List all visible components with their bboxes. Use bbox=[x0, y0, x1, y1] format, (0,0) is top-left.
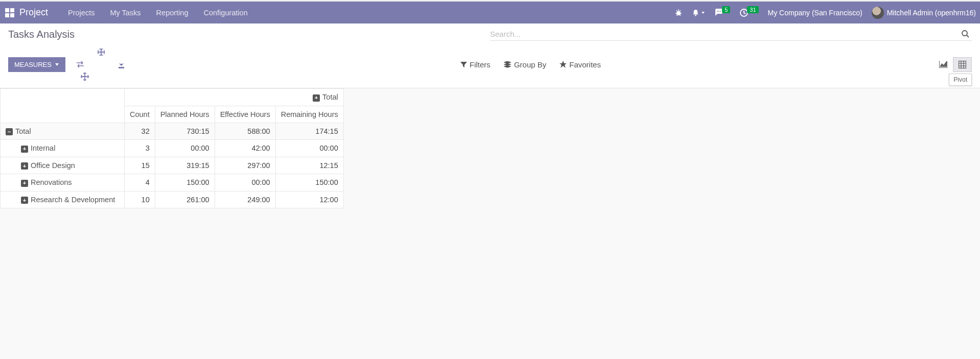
pivot-view-button[interactable] bbox=[953, 57, 972, 72]
measure-effective[interactable]: Effective Hours bbox=[215, 106, 275, 123]
cell: 150:00 bbox=[155, 174, 215, 192]
table-row: +Research & Development 10 261:00 249:00… bbox=[1, 191, 344, 208]
control-panel: Tasks Analysis MEASURES bbox=[0, 23, 980, 88]
favorites-button[interactable]: Favorites bbox=[559, 60, 601, 69]
cell: 00:00 bbox=[215, 174, 275, 192]
cell: 319:15 bbox=[155, 157, 215, 174]
expand-all-icon[interactable] bbox=[95, 46, 107, 83]
search-container bbox=[490, 28, 972, 41]
favorites-label: Favorites bbox=[569, 60, 601, 69]
expand-icon[interactable]: + bbox=[21, 180, 28, 187]
cell: 32 bbox=[125, 123, 155, 140]
table-row: +Renovations 4 150:00 00:00 150:00 bbox=[1, 174, 344, 192]
svg-point-7 bbox=[718, 11, 719, 12]
pivot-corner bbox=[1, 89, 125, 123]
filters-label: Filters bbox=[470, 60, 491, 69]
total-row: −Total 32 730:15 588:00 174:15 bbox=[1, 123, 344, 140]
tooltip: Pivot bbox=[949, 74, 972, 86]
chat-badge: 5 bbox=[722, 6, 730, 13]
cell: 42:00 bbox=[215, 140, 275, 157]
nav-reporting[interactable]: Reporting bbox=[149, 9, 196, 17]
clock-badge: 31 bbox=[747, 6, 758, 13]
cell: 297:00 bbox=[215, 157, 275, 174]
cell: 261:00 bbox=[155, 191, 215, 208]
svg-rect-3 bbox=[10, 13, 14, 17]
expand-icon[interactable]: + bbox=[21, 197, 28, 204]
row-header[interactable]: +Internal bbox=[1, 140, 125, 157]
cell: 10 bbox=[125, 191, 155, 208]
clock-icon[interactable]: 31 bbox=[739, 8, 758, 17]
company-selector[interactable]: My Company (San Francisco) bbox=[768, 9, 862, 17]
avatar bbox=[872, 7, 884, 19]
filters-button[interactable]: Filters bbox=[460, 60, 491, 69]
collapse-icon[interactable]: − bbox=[6, 128, 13, 135]
bell-icon[interactable] bbox=[692, 9, 705, 16]
cell: 249:00 bbox=[215, 191, 275, 208]
cell: 588:00 bbox=[215, 123, 275, 140]
cell: 150:00 bbox=[275, 174, 343, 192]
page-title: Tasks Analysis bbox=[8, 29, 490, 40]
nav-my-tasks[interactable]: My Tasks bbox=[102, 9, 148, 17]
svg-rect-11 bbox=[119, 67, 124, 68]
expand-icon[interactable]: + bbox=[21, 146, 28, 153]
svg-rect-2 bbox=[5, 13, 9, 17]
table-row: +Internal 3 00:00 42:00 00:00 bbox=[1, 140, 344, 157]
groupby-label: Group By bbox=[514, 60, 546, 69]
measure-remaining[interactable]: Remaining Hours bbox=[275, 106, 343, 123]
svg-rect-0 bbox=[5, 8, 9, 12]
expand-icon[interactable]: + bbox=[21, 162, 28, 170]
measure-planned[interactable]: Planned Hours bbox=[155, 106, 215, 123]
user-menu[interactable]: Mitchell Admin (openhrm16) bbox=[872, 7, 976, 19]
cell: 12:15 bbox=[275, 157, 343, 174]
search-input[interactable] bbox=[490, 30, 959, 38]
expand-icon[interactable]: + bbox=[313, 94, 320, 102]
measures-button[interactable]: MEASURES bbox=[8, 57, 65, 72]
cell: 15 bbox=[125, 157, 155, 174]
main-navbar: Project Projects My Tasks Reporting Conf… bbox=[0, 0, 980, 23]
col-total-header[interactable]: +Total bbox=[125, 89, 344, 106]
row-header[interactable]: +Office Design bbox=[1, 157, 125, 174]
row-total-header[interactable]: −Total bbox=[1, 123, 125, 140]
user-name: Mitchell Admin (openhrm16) bbox=[887, 9, 976, 17]
chart-view-button[interactable] bbox=[934, 58, 953, 71]
measure-count[interactable]: Count bbox=[125, 106, 155, 123]
svg-rect-12 bbox=[959, 61, 966, 68]
app-name[interactable]: Project bbox=[19, 7, 48, 18]
table-row: +Office Design 15 319:15 297:00 12:15 bbox=[1, 157, 344, 174]
pivot-table: +Total Count Planned Hours Effective Hou… bbox=[0, 88, 344, 208]
row-header[interactable]: +Renovations bbox=[1, 174, 125, 192]
chat-icon[interactable]: 5 bbox=[714, 9, 730, 17]
cell: 12:00 bbox=[275, 191, 343, 208]
flip-axis-icon[interactable] bbox=[74, 59, 87, 70]
cell: 4 bbox=[125, 174, 155, 192]
search-icon[interactable] bbox=[959, 30, 972, 38]
svg-point-10 bbox=[962, 31, 967, 36]
cell: 3 bbox=[125, 140, 155, 157]
svg-point-5 bbox=[695, 15, 696, 16]
cell: 174:15 bbox=[275, 123, 343, 140]
nav-configuration[interactable]: Configuration bbox=[196, 9, 255, 17]
bug-icon[interactable] bbox=[674, 9, 683, 17]
apps-icon[interactable] bbox=[4, 7, 15, 18]
row-header[interactable]: +Research & Development bbox=[1, 191, 125, 208]
groupby-button[interactable]: Group By bbox=[504, 60, 546, 69]
nav-projects[interactable]: Projects bbox=[60, 9, 102, 17]
svg-point-8 bbox=[720, 11, 721, 12]
measures-label: MEASURES bbox=[14, 61, 52, 68]
cell: 730:15 bbox=[155, 123, 215, 140]
svg-rect-1 bbox=[10, 8, 14, 12]
svg-point-6 bbox=[717, 11, 718, 12]
download-icon[interactable] bbox=[115, 59, 127, 70]
cell: 00:00 bbox=[155, 140, 215, 157]
cell: 00:00 bbox=[275, 140, 343, 157]
